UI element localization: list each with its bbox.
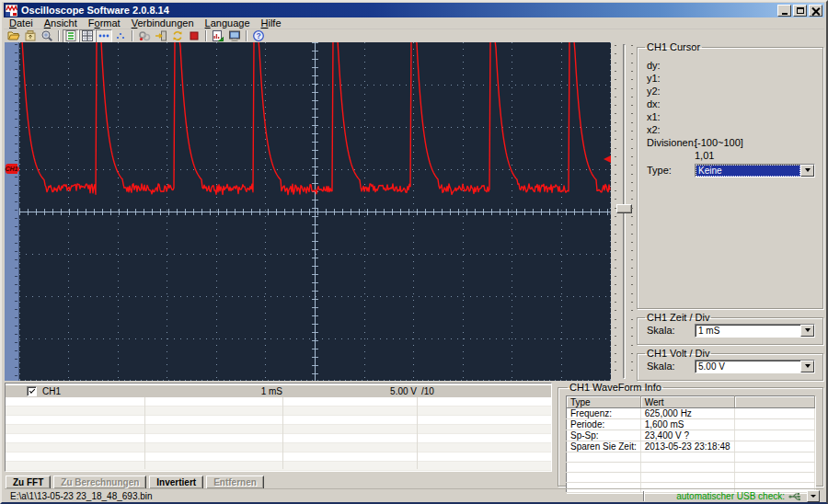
status-bar: E:\a\1\13-05-23 23_18_48_693.bin automat… bbox=[5, 488, 823, 503]
slider-thumb[interactable] bbox=[616, 204, 632, 213]
info-header-type[interactable]: Type bbox=[567, 396, 641, 408]
group-title: CH1 Cursor bbox=[645, 42, 702, 52]
check-icon bbox=[29, 387, 35, 393]
dotted-line-toggle-button[interactable] bbox=[96, 29, 112, 43]
export-chart-icon bbox=[212, 29, 224, 42]
cursor-row-x1: x1: bbox=[643, 110, 817, 123]
waveform-info-panel: CH1 WaveForm Info Type Wert Frequenz:625… bbox=[558, 383, 823, 487]
trigger-level-marker[interactable] bbox=[604, 155, 611, 163]
channel-list-toggle-button[interactable] bbox=[63, 29, 79, 43]
menu-hilfe[interactable]: Hilfe bbox=[256, 17, 287, 29]
cursor-label: dx: bbox=[647, 98, 695, 109]
waveform-info-table: Type Wert Frequenz:625,000 Hz Periode:1,… bbox=[566, 395, 815, 493]
minimize-button[interactable] bbox=[777, 5, 791, 17]
volt-scale-value: 5.00 V bbox=[696, 361, 800, 372]
menu-verbindungen[interactable]: Verbindungen bbox=[126, 17, 200, 29]
title-bar: Oscilloscope Software 2.0.8.14 bbox=[4, 3, 824, 17]
usb-check-dropdown[interactable] bbox=[807, 490, 820, 502]
minimize-icon bbox=[782, 13, 788, 15]
open-file-button[interactable] bbox=[6, 29, 22, 43]
scope-offset-slider[interactable] bbox=[611, 42, 637, 381]
menu-bar: Datei Ansicht Format Verbindungen Langua… bbox=[4, 17, 824, 29]
time-scale-select[interactable]: 1 mS bbox=[695, 324, 815, 338]
toolbar-separator bbox=[205, 30, 207, 41]
channel-time-div: 1 mS bbox=[147, 386, 282, 396]
waveform-info-group: CH1 WaveForm Info Type Wert Frequenz:625… bbox=[558, 383, 823, 487]
remove-button[interactable]: Entfernen bbox=[206, 475, 264, 489]
grid-icon bbox=[81, 29, 94, 42]
cursor-row-divisionen: Divisionen:[-100~100] bbox=[643, 136, 817, 149]
window-title: Oscilloscope Software 2.0.8.14 bbox=[21, 4, 169, 17]
info-wert: 23,400 V ? bbox=[640, 430, 734, 441]
close-icon bbox=[811, 6, 820, 15]
bottom-section: CH1 1 mS 5.00 V /10 Zu FFT Zu Be bbox=[5, 383, 823, 487]
ch1-marker-label: CH1 bbox=[6, 166, 18, 172]
info-header-wert[interactable]: Wert bbox=[640, 396, 734, 408]
save-file-button[interactable] bbox=[22, 29, 39, 43]
print-settings-button[interactable] bbox=[39, 29, 55, 43]
empty-channel-row bbox=[6, 397, 551, 407]
menu-language[interactable]: Language bbox=[200, 17, 256, 29]
info-empty-row bbox=[567, 473, 815, 483]
cursor-label: x2: bbox=[647, 124, 695, 135]
open-folder-icon bbox=[7, 29, 20, 42]
info-header-row: Type Wert bbox=[567, 396, 815, 408]
ch1-visible-checkbox[interactable] bbox=[27, 386, 37, 396]
export-chart-button[interactable] bbox=[210, 29, 226, 43]
zeit-skala-row: Skala: 1 mS bbox=[643, 324, 817, 337]
menu-datei[interactable]: Datei bbox=[4, 17, 39, 29]
main-area: CH1 CH1 Cursor dy: y1: y2: dx: x1: x2: D… bbox=[5, 42, 823, 381]
divisionen-value: 1,01 bbox=[695, 150, 714, 161]
ch1-level-marker[interactable]: CH1 bbox=[6, 164, 17, 174]
channel-name: CH1 bbox=[42, 386, 125, 396]
to-calculations-button[interactable]: Zu Berechnungen bbox=[53, 475, 146, 489]
info-type: Sparen Sie Zeit: bbox=[567, 441, 641, 452]
dotted-line-icon bbox=[98, 29, 110, 42]
chevron-down-icon[interactable] bbox=[800, 165, 814, 177]
empty-channel-row bbox=[6, 425, 551, 434]
ch1-volt-div-group: CH1 Volt / Div Skala: 5.00 V bbox=[637, 349, 823, 381]
column-divider bbox=[282, 397, 283, 469]
close-button[interactable] bbox=[809, 5, 822, 17]
info-type: Frequenz: bbox=[567, 408, 641, 419]
menu-format[interactable]: Format bbox=[83, 17, 126, 29]
grid-toggle-button[interactable] bbox=[79, 29, 96, 43]
ch1-position-slider[interactable]: CH1 bbox=[5, 42, 19, 381]
empty-channel-row bbox=[6, 462, 551, 471]
stop-button[interactable] bbox=[186, 29, 202, 43]
toolbar-separator bbox=[58, 30, 60, 41]
group-title: CH1 WaveForm Info bbox=[568, 383, 663, 392]
empty-channel-row bbox=[6, 452, 551, 462]
cursor-type-select[interactable]: Keine bbox=[695, 164, 815, 178]
cursor-row-x2: x2: bbox=[643, 123, 817, 136]
info-row-frequenz: Frequenz:625,000 Hz bbox=[567, 408, 815, 419]
info-row-save-time: Sparen Sie Zeit:2013-05-23 23:18:48 bbox=[567, 441, 815, 452]
help-button[interactable]: ? bbox=[250, 29, 267, 43]
info-extra bbox=[734, 430, 814, 441]
channel-row-ch1[interactable]: CH1 1 mS 5.00 V /10 bbox=[6, 385, 551, 397]
ch1-zeit-div-group: CH1 Zeit / Div Skala: 1 mS bbox=[637, 313, 823, 345]
volt-scale-select[interactable]: 5.00 V bbox=[695, 360, 815, 373]
maximize-button[interactable] bbox=[793, 5, 807, 17]
chevron-down-icon[interactable] bbox=[800, 325, 814, 337]
ch1-cursor-group: CH1 Cursor dy: y1: y2: dx: x1: x2: Divis… bbox=[637, 42, 823, 309]
connect-button[interactable] bbox=[136, 29, 153, 43]
to-fft-button[interactable]: Zu FFT bbox=[6, 475, 51, 489]
toolbar-separator bbox=[246, 30, 247, 41]
skala-label: Skala: bbox=[647, 361, 695, 372]
cursor-row-dx: dx: bbox=[643, 97, 817, 110]
chevron-down-icon[interactable] bbox=[800, 361, 814, 372]
menu-ansicht[interactable]: Ansicht bbox=[39, 17, 83, 29]
channel-actions: Zu FFT Zu Berechnungen Invertiert Entfer… bbox=[6, 475, 264, 489]
points-toggle-button[interactable] bbox=[112, 29, 129, 43]
refresh-icon bbox=[171, 29, 184, 42]
channels-table: CH1 1 mS 5.00 V /10 bbox=[5, 383, 552, 472]
cursor-row-dy: dy: bbox=[643, 59, 817, 72]
screen-capture-button[interactable] bbox=[226, 29, 243, 43]
info-header-extra[interactable] bbox=[734, 396, 814, 408]
channel-list-icon bbox=[64, 29, 77, 42]
info-wert: 625,000 Hz bbox=[640, 408, 734, 419]
disconnect-button[interactable] bbox=[153, 29, 169, 43]
invert-button[interactable]: Invertiert bbox=[149, 475, 203, 489]
refresh-button[interactable] bbox=[169, 29, 186, 43]
